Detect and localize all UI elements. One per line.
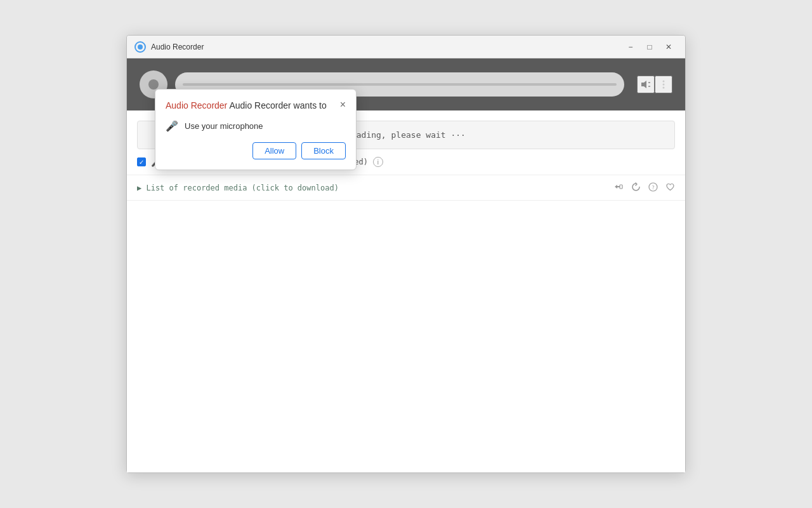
svg-point-1 bbox=[138, 44, 143, 50]
main-window: Audio Recorder − □ ✕ bbox=[126, 35, 686, 473]
more-options-button[interactable] bbox=[655, 76, 672, 93]
window-controls: − □ ✕ bbox=[622, 38, 678, 56]
dialog-close-button[interactable]: × bbox=[340, 100, 346, 110]
svg-point-6 bbox=[663, 84, 665, 86]
dialog-title: Audio Recorder Audio Recorder wants to bbox=[166, 100, 327, 112]
dialog-title-app: Audio Recorder bbox=[166, 100, 227, 110]
svg-point-7 bbox=[663, 87, 665, 89]
media-list-row: ▶ List of recorded media (click to downl… bbox=[127, 175, 685, 201]
svg-marker-2 bbox=[641, 81, 646, 88]
block-button[interactable]: Block bbox=[301, 142, 346, 159]
allow-button[interactable]: Allow bbox=[252, 142, 296, 159]
window-title: Audio Recorder bbox=[151, 43, 622, 51]
dialog-title-suffix: Audio Recorder wants to bbox=[229, 100, 326, 110]
record-button-inner bbox=[148, 79, 159, 90]
info-badge[interactable]: i bbox=[373, 157, 383, 167]
mic-access-checkbox[interactable] bbox=[137, 157, 146, 166]
dialog-actions: Allow Block bbox=[155, 135, 356, 170]
restore-button[interactable]: □ bbox=[641, 38, 658, 56]
svg-rect-8 bbox=[620, 185, 622, 189]
dialog-permission-row: 🎤 Use your microphone bbox=[155, 115, 356, 135]
app-icon bbox=[134, 41, 146, 53]
media-list-label[interactable]: ▶ List of recorded media (click to downl… bbox=[137, 184, 613, 192]
close-button[interactable]: ✕ bbox=[660, 38, 678, 56]
share-button[interactable] bbox=[613, 182, 624, 194]
help-button[interactable]: ? bbox=[648, 182, 658, 194]
media-actions: ? bbox=[613, 182, 675, 194]
titlebar: Audio Recorder − □ ✕ bbox=[127, 36, 685, 58]
svg-text:?: ? bbox=[652, 184, 655, 190]
loading-text: Loading, please wait ··· bbox=[346, 130, 466, 140]
dialog-header: Audio Recorder Audio Recorder wants to × bbox=[155, 90, 356, 115]
minimize-button[interactable]: − bbox=[622, 38, 639, 56]
dialog-microphone-icon: 🎤 bbox=[166, 120, 178, 132]
svg-point-5 bbox=[663, 81, 665, 83]
permission-dialog: Audio Recorder Audio Recorder wants to ×… bbox=[155, 89, 357, 170]
audio-track bbox=[183, 83, 617, 86]
favorite-button[interactable] bbox=[665, 182, 675, 194]
volume-icon[interactable] bbox=[637, 76, 655, 93]
dialog-permission-text: Use your microphone bbox=[185, 121, 263, 131]
refresh-button[interactable] bbox=[631, 182, 641, 194]
